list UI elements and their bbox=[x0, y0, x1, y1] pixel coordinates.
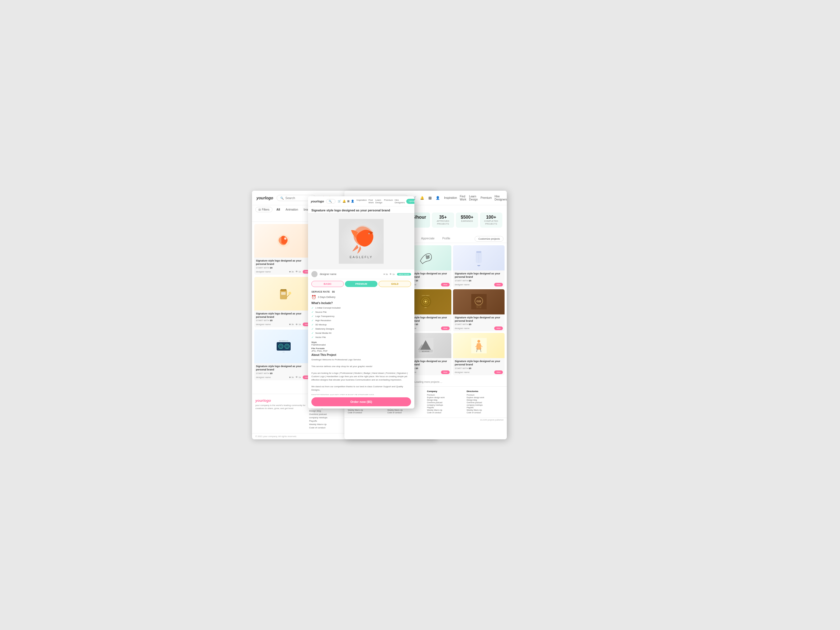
pf-item[interactable]: Explore design work bbox=[427, 396, 464, 398]
filter-tag-all[interactable]: All bbox=[275, 207, 282, 212]
profile-nav-premium[interactable]: Premium bbox=[480, 196, 492, 199]
order-now-button[interactable]: Order now ($5) bbox=[311, 397, 411, 406]
detail-nav: yourlogo 🔍 🛒 🔔 ⊞ 👤 Inspiration Find Work… bbox=[308, 196, 414, 206]
detail-search-box[interactable]: 🔍 bbox=[326, 199, 335, 204]
profile-hire-6[interactable]: Hire bbox=[494, 327, 503, 330]
filters-button[interactable]: Filters bbox=[255, 207, 272, 212]
pf-item[interactable]: Weekly Warm-Up bbox=[427, 409, 464, 411]
project-card-4[interactable]: Signature style logo designed as your pe… bbox=[254, 277, 313, 327]
pf-item[interactable]: Playoffs bbox=[467, 407, 504, 409]
profile-footer-9: designer name Hire bbox=[455, 370, 503, 374]
heart-icon-4 bbox=[289, 323, 291, 326]
footer-item[interactable]: Playoffs bbox=[309, 420, 348, 422]
tab-basic[interactable]: BASIC bbox=[311, 281, 344, 287]
profile-hire-5[interactable]: Hire bbox=[441, 327, 450, 330]
detail-upload-button[interactable]: Upload bbox=[406, 199, 414, 204]
profile-hire-8[interactable]: Hire bbox=[441, 370, 450, 374]
screenshot-container: yourlogo Inspiration Find Work Learn Des… bbox=[252, 191, 588, 439]
detail-nav-premium[interactable]: Premium bbox=[384, 199, 393, 204]
pf-item[interactable]: Weekly Warm-Up bbox=[387, 409, 425, 411]
pf-item[interactable]: Design blog bbox=[467, 399, 504, 401]
likes-4: 3k bbox=[292, 323, 294, 326]
profile-designer-9: designer name bbox=[455, 371, 470, 374]
eye-icon-7 bbox=[295, 376, 298, 379]
pf-item[interactable]: Overtime podcast bbox=[427, 401, 464, 403]
profile-designer-6: designer name bbox=[455, 327, 470, 330]
stat-projects: 35+ ApprovedPROJECTS bbox=[432, 213, 454, 227]
detail-logo: yourlogo bbox=[311, 200, 324, 203]
profile-hire-2[interactable]: Hire bbox=[441, 283, 450, 286]
footer-item[interactable]: Weekly Warm-Up bbox=[309, 423, 348, 426]
profile-title-9: Signature style logo designed as your pe… bbox=[455, 360, 503, 366]
svg-text:EAGLEFLY: EAGLEFLY bbox=[350, 255, 373, 259]
profile-card-3[interactable]: Signature style logo designed as your pe… bbox=[453, 245, 505, 287]
profile-notif-icon[interactable] bbox=[420, 195, 425, 201]
detail-nav-find-work[interactable]: Find Work bbox=[368, 199, 374, 204]
pf-item[interactable]: Overtime podcast bbox=[467, 401, 504, 403]
detail-grid-icon[interactable]: ⊞ bbox=[347, 200, 349, 203]
check-2 bbox=[311, 311, 314, 314]
pf-item[interactable]: company meetups bbox=[427, 404, 464, 406]
profile-card-9[interactable]: Signature style logo designed as your pe… bbox=[453, 333, 505, 375]
tab-premium[interactable]: PREMIUM bbox=[345, 281, 377, 287]
pf-item[interactable]: Code of conduct bbox=[467, 412, 504, 414]
views-7: 1k bbox=[298, 376, 301, 379]
pf-item[interactable]: Weekly Warm-Up bbox=[348, 409, 385, 411]
profile-nav-inspiration[interactable]: Inspiration bbox=[444, 196, 457, 199]
pf-item[interactable]: Premium bbox=[467, 394, 504, 396]
detail-project-title: Signature style logo designed as your pe… bbox=[308, 206, 414, 213]
pf-item[interactable]: Code of conduct bbox=[427, 412, 464, 414]
tab-gold[interactable]: GOLD bbox=[379, 281, 411, 287]
svg-point-78 bbox=[369, 233, 369, 234]
project-card-7[interactable]: ADCONSOLE.CH • • • Signature style logo … bbox=[254, 330, 313, 380]
detail-cart-icon[interactable]: 🛒 bbox=[338, 200, 341, 203]
pf-item[interactable]: Weekly Warm-Up bbox=[467, 409, 504, 411]
stat-earnings: $500+ EARNINGS bbox=[456, 213, 478, 227]
detail-nav-inspiration[interactable]: Inspiration bbox=[357, 199, 367, 204]
designer-name-1: designer name bbox=[256, 270, 271, 273]
pf-item[interactable]: Design blog bbox=[427, 399, 464, 401]
check-4 bbox=[311, 319, 314, 322]
profile-nav-find-work[interactable]: Find Work bbox=[460, 195, 466, 201]
pf-item[interactable]: company meetups bbox=[467, 404, 504, 406]
tab-appreciate[interactable]: Appreciate bbox=[417, 235, 439, 243]
style-value: Flat/Minimalist bbox=[311, 344, 326, 346]
footer-item[interactable]: Code of conduct bbox=[309, 426, 348, 429]
pf-item[interactable]: Premium bbox=[427, 394, 464, 396]
filter-tag-animation[interactable]: Animation bbox=[284, 207, 300, 212]
project-thumb-7: ADCONSOLE.CH • • • bbox=[254, 330, 313, 363]
pf-item[interactable]: Code of conduct bbox=[387, 412, 425, 414]
profile-hire-9[interactable]: Hire bbox=[494, 370, 503, 374]
check-8 bbox=[311, 336, 314, 339]
pf-item[interactable]: Explore design work bbox=[467, 396, 504, 398]
profile-grid-icon[interactable] bbox=[427, 195, 433, 201]
tab-profile[interactable]: Profile bbox=[439, 235, 454, 243]
project-card-1[interactable]: Signature style logo designed as your pe… bbox=[254, 224, 313, 275]
profile-hire-3[interactable]: Hire bbox=[494, 283, 503, 286]
customize-projects-button[interactable]: Customize projects bbox=[475, 236, 504, 242]
delivery-icon: ⏰ bbox=[311, 295, 316, 299]
include-item-4: High Resolution bbox=[311, 319, 411, 322]
eye-icon-4 bbox=[295, 323, 298, 326]
pf-item[interactable]: Code of conduct bbox=[348, 412, 385, 414]
pf-item[interactable]: Playoffs bbox=[427, 407, 464, 409]
detail-image-area: EAGLEFLY bbox=[308, 213, 414, 269]
footer-item[interactable]: Design blog bbox=[309, 410, 348, 412]
likes-7: 3k bbox=[292, 376, 294, 379]
svg-text:BAR: BAR bbox=[424, 307, 426, 308]
detail-nav-learn[interactable]: Learn Design bbox=[376, 199, 382, 204]
detail-latest-badge: latest trends bbox=[397, 273, 411, 276]
profile-user-icon[interactable] bbox=[435, 195, 441, 201]
detail-nav-hire[interactable]: Hire Designers bbox=[395, 199, 404, 204]
detail-user-icon[interactable]: 👤 bbox=[351, 200, 354, 203]
footer-item[interactable]: company meetups bbox=[309, 416, 348, 419]
profile-loading-label: Loading more projects ... bbox=[414, 381, 442, 383]
profile-title-6: Signature style logo designed as your pe… bbox=[455, 316, 503, 322]
check-7 bbox=[311, 332, 314, 335]
profile-nav-hire[interactable]: Hire Designers bbox=[494, 195, 507, 201]
footer-item[interactable]: Overtime podcast bbox=[309, 413, 348, 415]
detail-notif-icon[interactable]: 🔔 bbox=[343, 200, 346, 203]
detail-nav-links: Inspiration Find Work Learn Design Premi… bbox=[357, 199, 414, 204]
profile-nav-learn-design[interactable]: Learn Design bbox=[469, 195, 478, 201]
profile-card-6[interactable]: C22 CATCH 22 CAFE & BAR Signature style … bbox=[453, 289, 505, 331]
